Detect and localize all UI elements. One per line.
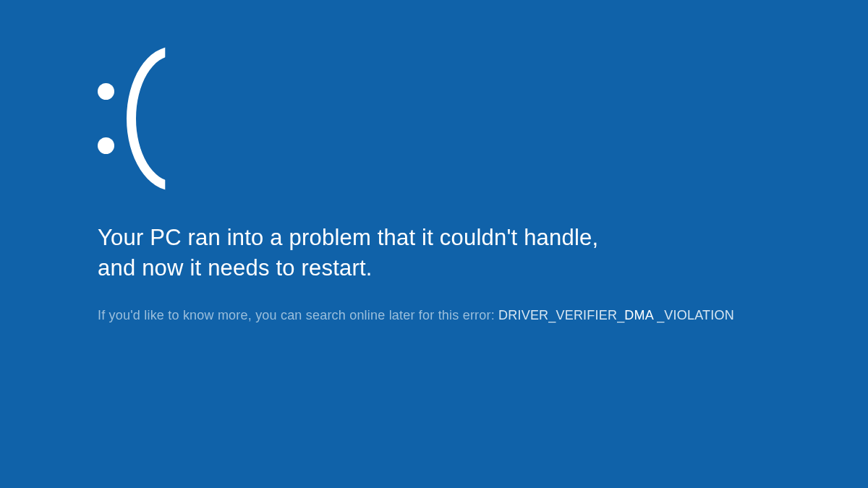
error-message-line2: and now it needs to restart. bbox=[98, 253, 749, 283]
error-message: Your PC ran into a problem that it could… bbox=[98, 223, 749, 283]
error-info-line: If you'd like to know more, you can sear… bbox=[98, 308, 868, 323]
bsod-screen: Your PC ran into a problem that it could… bbox=[0, 0, 868, 488]
sad-face-icon bbox=[98, 51, 868, 195]
error-info-prefix: If you'd like to know more, you can sear… bbox=[98, 308, 498, 322]
error-code: DRIVER_VERIFIER_DMA _VIOLATION bbox=[498, 308, 734, 322]
error-message-line1: Your PC ran into a problem that it could… bbox=[98, 223, 749, 253]
